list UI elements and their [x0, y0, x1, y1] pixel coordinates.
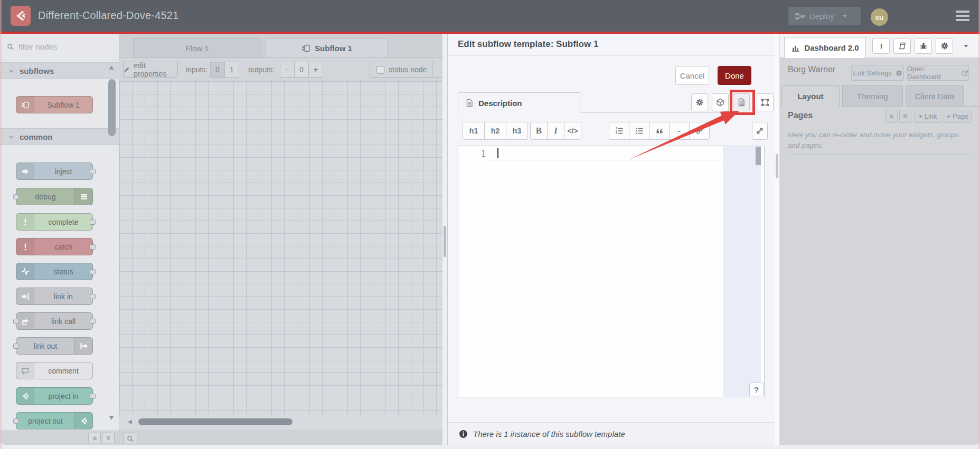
node-output-port: [90, 319, 96, 324]
deploy-label: Deploy: [809, 12, 834, 21]
italic-button[interactable]: I: [547, 122, 564, 140]
palette-search-input[interactable]: [18, 42, 98, 51]
flow-canvas[interactable]: [119, 81, 442, 415]
editor-scroll-track: [723, 146, 761, 397]
heading-1-button[interactable]: h1: [463, 122, 485, 140]
palette-node-catch[interactable]: catch: [16, 238, 93, 255]
collapse-all-button[interactable]: [88, 433, 101, 443]
heading-2-label: h2: [491, 127, 500, 135]
status-node-toggle[interactable]: status node: [370, 62, 434, 78]
sidebar-book-button[interactable]: [893, 38, 911, 54]
palette-scroll-up-icon[interactable]: [108, 64, 115, 71]
outputs-decrement-button[interactable]: −: [280, 62, 295, 78]
palette-category-subflows[interactable]: subflows: [0, 62, 119, 79]
node-red-logo: [11, 6, 31, 26]
description-tab[interactable]: Description: [458, 92, 580, 113]
code-button[interactable]: </>: [564, 122, 581, 140]
palette-node-link-in[interactable]: link in: [16, 288, 93, 305]
blockquote-button[interactable]: [649, 122, 670, 140]
node-label: link out: [16, 338, 74, 354]
palette-scrollbar-thumb[interactable]: [108, 79, 116, 136]
gear-icon: [940, 42, 949, 50]
properties-section-button[interactable]: [691, 93, 708, 111]
edit-properties-button[interactable]: edit properties: [123, 62, 178, 78]
sidebar-info-button[interactable]: i: [872, 38, 890, 54]
search-flows-button[interactable]: [123, 433, 137, 444]
node-red-app: Different-Collared-Dove-4521 Deploy su s…: [0, 0, 980, 449]
tab-theming[interactable]: Theming: [842, 85, 903, 107]
palette-node-inject[interactable]: inject: [16, 163, 93, 180]
palette-node-link-out[interactable]: link out: [16, 337, 93, 355]
palette-node-Subflow-1[interactable]: Subflow 1: [16, 96, 93, 113]
app-header: Different-Collared-Dove-4521 Deploy su: [0, 0, 980, 32]
add-page-button[interactable]: + Page: [944, 110, 972, 123]
insert-link-button[interactable]: [689, 122, 710, 140]
external-link-icon: [962, 70, 968, 77]
tab-flow-1[interactable]: Flow 1: [133, 38, 261, 58]
editor-scroll-thumb[interactable]: [756, 147, 761, 165]
tab-subflow-1[interactable]: Subflow 1: [266, 38, 388, 58]
editor-help-button[interactable]: ?: [749, 383, 764, 396]
sidebar-bug-button[interactable]: [915, 38, 932, 54]
palette-node-complete[interactable]: complete: [16, 213, 93, 231]
status-node-checkbox[interactable]: [376, 66, 384, 74]
palette-node-status[interactable]: status: [16, 263, 93, 280]
expand-editor-button[interactable]: [752, 122, 768, 140]
appearance-section-button[interactable]: [757, 93, 774, 111]
tray-scroll-thumb[interactable]: [776, 154, 778, 178]
vertical-scroll-thumb[interactable]: [444, 226, 446, 257]
palette-node-link-call[interactable]: link call: [16, 312, 93, 330]
move-down-button[interactable]: [899, 110, 911, 123]
tray-scrollbar[interactable]: [775, 34, 780, 445]
module-section-button[interactable]: [712, 93, 729, 111]
chevron-down-icon[interactable]: [963, 43, 969, 50]
palette-node-project-in[interactable]: project in: [16, 387, 93, 405]
palette-search[interactable]: [0, 34, 119, 60]
heading-2-button[interactable]: h2: [484, 122, 506, 140]
tab-dashboard-2-0[interactable]: Dashboard 2.0: [784, 37, 866, 58]
unordered-list-icon: [635, 127, 644, 135]
done-button[interactable]: Done: [718, 66, 751, 85]
dialog-footer: There is 1 instance of this subflow temp…: [448, 422, 775, 445]
edit-settings-button[interactable]: Edit Settings: [851, 65, 904, 81]
main-menu-button[interactable]: [956, 11, 969, 21]
node-output-port: [90, 244, 96, 250]
palette-node-project-out[interactable]: project out: [16, 412, 93, 429]
outputs-increment-button[interactable]: +: [308, 62, 323, 78]
horizontal-scroll-thumb[interactable]: [138, 418, 293, 425]
subflow-icon: [301, 44, 310, 53]
open-dashboard-button[interactable]: Open Dashboard: [907, 65, 969, 81]
subflow-toolbar: edit properties inputs: 0 1 outputs: − 0…: [119, 58, 442, 81]
horizontal-rule-button[interactable]: -: [669, 122, 690, 140]
markdown-editor[interactable]: 1 ?: [458, 146, 765, 397]
tab-layout[interactable]: Layout: [781, 85, 840, 107]
palette-category-common[interactable]: common: [0, 128, 119, 145]
bold-button[interactable]: B: [530, 122, 548, 140]
sidebar-gear-button[interactable]: [936, 38, 953, 54]
ordered-list-button[interactable]: 123: [609, 122, 629, 140]
expand-all-button[interactable]: [102, 433, 115, 443]
canvas-horizontal-scrollbar[interactable]: [119, 415, 442, 429]
heading-3-button[interactable]: h3: [506, 122, 528, 140]
tab-client-data[interactable]: Client Data: [906, 85, 964, 107]
node-label: project out: [16, 413, 74, 429]
user-avatar[interactable]: su: [871, 8, 888, 26]
node-output-port: [90, 269, 96, 274]
add-link-button[interactable]: + Link: [914, 110, 941, 123]
chevron-small-icon: [8, 68, 14, 74]
chevron-down-icon[interactable]: [842, 13, 848, 20]
unordered-list-button[interactable]: [629, 122, 649, 140]
palette-node-debug[interactable]: debug: [16, 188, 93, 205]
palette-scroll-down-icon[interactable]: [108, 415, 115, 421]
inputs-option-0[interactable]: 0: [210, 62, 225, 78]
scroll-left-icon[interactable]: [127, 418, 133, 426]
code-label: </>: [567, 127, 578, 135]
cancel-button[interactable]: Cancel: [675, 66, 709, 85]
deploy-button[interactable]: Deploy: [788, 7, 861, 25]
move-up-button[interactable]: [885, 110, 898, 123]
node-label: inject: [34, 163, 92, 179]
node-label: complete: [34, 214, 92, 230]
palette-node-comment[interactable]: comment: [16, 362, 93, 379]
canvas-vertical-scrollbar[interactable]: [442, 34, 447, 445]
inputs-option-1[interactable]: 1: [224, 62, 239, 78]
